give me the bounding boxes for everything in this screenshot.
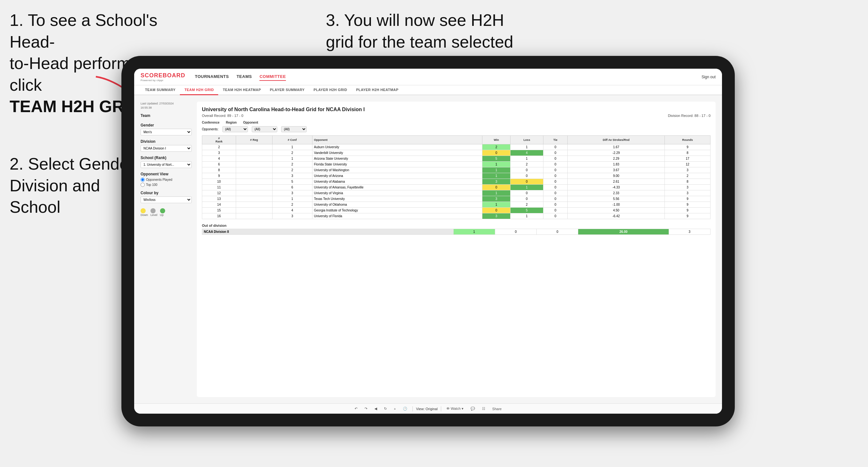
cell-rank: 11 bbox=[202, 185, 236, 190]
tablet-device: SCOREBOARD Powered by clippi TOURNAMENTS… bbox=[121, 56, 735, 427]
sub-nav-player-h2h-heatmap[interactable]: PLAYER H2H HEATMAP bbox=[352, 85, 403, 95]
col-tie: Tie bbox=[543, 136, 567, 145]
colour-by-select[interactable]: Win/loss bbox=[141, 196, 192, 203]
cell-win: 0 bbox=[483, 150, 510, 156]
cell-rank: 16 bbox=[202, 213, 236, 219]
cell-loss: 1 bbox=[510, 145, 544, 150]
cell-diff: 1.67 bbox=[568, 145, 665, 150]
cell-opponent: Arizona State University bbox=[312, 156, 482, 162]
gender-select[interactable]: Men's bbox=[141, 129, 192, 135]
division-record-label: Division Record: bbox=[668, 114, 693, 118]
cell-opponent: University of Washington bbox=[312, 167, 482, 173]
sub-nav-team-h2h-heatmap[interactable]: TEAM H2H HEATMAP bbox=[218, 85, 265, 95]
step2-line3: School bbox=[9, 198, 60, 216]
colour-by-label: Colour by bbox=[141, 191, 192, 195]
cell-rounds: 17 bbox=[665, 156, 711, 162]
watch-btn[interactable]: 👁 Watch ▾ bbox=[444, 406, 465, 412]
undo-btn[interactable]: ↶ bbox=[353, 406, 360, 412]
toolbar-divider1 bbox=[412, 406, 413, 411]
region-filter[interactable]: (All) bbox=[252, 126, 277, 132]
refresh-btn[interactable]: ↻ bbox=[382, 406, 389, 412]
opponent-view-label: Opponent View bbox=[141, 172, 192, 176]
cell-rank: 13 bbox=[202, 196, 236, 202]
opponents-label: Opponents: bbox=[202, 127, 219, 131]
table-body: 2 1 Auburn University 2 1 0 1.67 9 3 2 V… bbox=[202, 145, 711, 219]
comment-btn[interactable]: 💬 bbox=[469, 406, 477, 412]
cell-rounds: 9 bbox=[665, 202, 711, 208]
cell-loss: 4 bbox=[510, 150, 544, 156]
cell-conf: 3 bbox=[272, 173, 312, 179]
sign-out-link[interactable]: Sign out bbox=[702, 75, 716, 79]
col-loss: Loss bbox=[510, 136, 544, 145]
sub-nav-team-summary[interactable]: TEAM SUMMARY bbox=[141, 85, 180, 95]
cell-conf: 3 bbox=[272, 190, 312, 196]
step2-line1: 2. Select Gender, bbox=[9, 155, 138, 173]
cell-reg bbox=[236, 190, 272, 196]
cell-diff: -6.42 bbox=[568, 213, 665, 219]
cell-rounds: 9 bbox=[665, 213, 711, 219]
cell-rounds: 3 bbox=[665, 167, 711, 173]
ood-title: Out of division bbox=[202, 224, 711, 227]
grid-btn[interactable]: ☷ bbox=[480, 406, 487, 412]
data-panel: University of North Carolina Head-to-Hea… bbox=[197, 101, 716, 397]
filter-section: Conference Region Opponent bbox=[202, 121, 711, 124]
cell-loss: 2 bbox=[510, 202, 544, 208]
cell-opponent: University of Alabama bbox=[312, 179, 482, 185]
cell-rounds: 3 bbox=[665, 190, 711, 196]
share-btn[interactable]: Share bbox=[490, 406, 503, 412]
sub-nav-player-summary[interactable]: PLAYER SUMMARY bbox=[266, 85, 309, 95]
cell-rounds: 9 bbox=[665, 145, 711, 150]
cell-tie: 0 bbox=[543, 196, 567, 202]
cell-rank: 3 bbox=[202, 150, 236, 156]
tablet-screen: SCOREBOARD Powered by clippi TOURNAMENTS… bbox=[134, 69, 722, 414]
cell-opponent: Texas Tech University bbox=[312, 196, 482, 202]
table-row: 4 1 Arizona State University 5 1 0 2.29 … bbox=[202, 156, 711, 162]
nav-committee[interactable]: COMMITTEE bbox=[259, 73, 286, 81]
cell-opponent: Vanderbilt University bbox=[312, 150, 482, 156]
sub-nav-player-h2h-grid[interactable]: PLAYER H2H GRID bbox=[309, 85, 351, 95]
step3-line2: grid for the team selected bbox=[326, 33, 514, 51]
school-select[interactable]: 1. University of Nort... bbox=[141, 161, 192, 168]
radio-opponents-played[interactable]: Opponents Played bbox=[141, 178, 192, 182]
school-label: School (Rank) bbox=[141, 156, 192, 160]
overall-record-label: Overall Record: bbox=[202, 114, 226, 118]
cell-diff: 5.56 bbox=[568, 196, 665, 202]
cell-diff: 2.29 bbox=[568, 156, 665, 162]
cell-win: 1 bbox=[483, 173, 510, 179]
nav-tournaments[interactable]: TOURNAMENTS bbox=[195, 73, 229, 81]
ood-tie: 0 bbox=[537, 229, 578, 235]
division-select[interactable]: NCAA Division I bbox=[141, 145, 192, 152]
cell-tie: 0 bbox=[543, 190, 567, 196]
cell-tie: 0 bbox=[543, 150, 567, 156]
cell-opponent: University of Arizona bbox=[312, 173, 482, 179]
back-btn[interactable]: ◀ bbox=[372, 406, 379, 412]
add-btn[interactable]: + bbox=[392, 406, 398, 412]
clock-btn[interactable]: 🕐 bbox=[401, 406, 409, 412]
cell-tie: 0 bbox=[543, 202, 567, 208]
opponent-filter[interactable]: (All) bbox=[281, 126, 307, 132]
cell-win: 2 bbox=[483, 145, 510, 150]
cell-tie: 0 bbox=[543, 167, 567, 173]
col-rank: # Rank bbox=[202, 136, 236, 145]
ood-loss: 0 bbox=[495, 229, 536, 235]
color-label-level: Level bbox=[151, 213, 157, 217]
main-nav: TOURNAMENTS TEAMS COMMITTEE bbox=[195, 73, 702, 81]
cell-tie: 0 bbox=[543, 162, 567, 167]
sub-nav-team-h2h-grid[interactable]: TEAM H2H GRID bbox=[180, 85, 218, 95]
cell-conf: 3 bbox=[272, 213, 312, 219]
conference-filter[interactable]: (All) bbox=[222, 126, 248, 132]
cell-loss: 2 bbox=[510, 162, 544, 167]
cell-reg bbox=[236, 145, 272, 150]
cell-conf: 2 bbox=[272, 202, 312, 208]
ood-table: NCAA Division II 1 0 0 26.00 3 bbox=[202, 229, 711, 235]
ood-win: 1 bbox=[453, 229, 495, 235]
cell-diff: 2.33 bbox=[568, 190, 665, 196]
cell-opponent: University of Florida bbox=[312, 213, 482, 219]
logo-sub: Powered by clippi bbox=[141, 79, 185, 82]
nav-teams[interactable]: TEAMS bbox=[237, 73, 252, 81]
cell-rank: 6 bbox=[202, 162, 236, 167]
redo-btn[interactable]: ↷ bbox=[363, 406, 369, 412]
radio-top100[interactable]: Top 100 bbox=[141, 183, 192, 187]
cell-opponent: Auburn University bbox=[312, 145, 482, 150]
bottom-toolbar: ↶ ↷ ◀ ↻ + 🕐 View: Original 👁 Watch ▾ 💬 ☷… bbox=[134, 403, 722, 414]
